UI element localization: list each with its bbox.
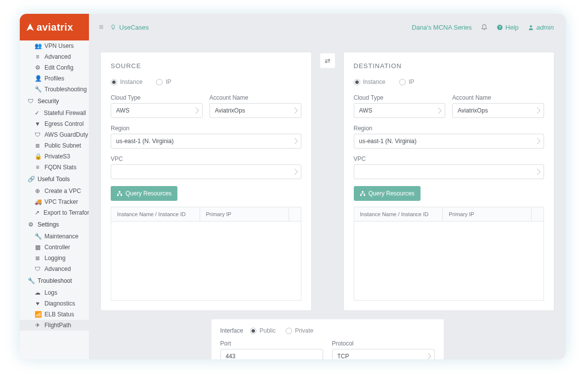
plus-icon: ⊕ bbox=[35, 188, 41, 194]
bell-icon[interactable] bbox=[481, 23, 488, 32]
source-col-instance: Instance Name / Instance ID bbox=[111, 207, 200, 221]
sidebar-item-profiles[interactable]: 👤Profiles bbox=[20, 73, 89, 84]
sitemap-icon bbox=[117, 190, 123, 196]
source-cloud-label: Cloud Type bbox=[111, 94, 203, 101]
source-cloud-select[interactable] bbox=[111, 103, 203, 118]
sitemap-icon bbox=[360, 190, 366, 196]
destination-vpc-label: VPC bbox=[354, 155, 545, 162]
sidebar-item-label: Advanced bbox=[44, 53, 71, 60]
sidebar-item-troubleshooting[interactable]: 🔧Troubleshooting bbox=[20, 84, 89, 95]
sidebar-item-label: Export to Terraform bbox=[43, 209, 89, 216]
menu-icon[interactable]: ≡ bbox=[99, 23, 103, 32]
sidebar-item-vpc-tracker[interactable]: 🚚VPC Tracker bbox=[20, 196, 89, 207]
source-table: Instance Name / Instance ID Primary IP bbox=[111, 207, 301, 301]
source-region-select[interactable] bbox=[111, 134, 301, 149]
destination-cloud-select[interactable] bbox=[354, 103, 446, 118]
sidebar-item-logs[interactable]: ☁Logs bbox=[20, 287, 89, 298]
radio-icon bbox=[354, 79, 360, 85]
layers-icon: ≣ bbox=[35, 142, 41, 149]
lock-icon: 🔒 bbox=[35, 153, 41, 160]
usecases-link[interactable]: UseCases bbox=[110, 24, 149, 31]
destination-account-select[interactable] bbox=[452, 103, 544, 118]
sidebar-item-maintenance[interactable]: 🔧Maintenance bbox=[20, 231, 89, 242]
sidebar-item-advanced[interactable]: 🛡Advanced bbox=[20, 264, 89, 274]
sidebar-item-fqdn-stats[interactable]: ≡FQDN Stats bbox=[20, 162, 89, 173]
wrench-icon: 🔧 bbox=[35, 233, 41, 240]
interface-radio-public[interactable]: Public bbox=[250, 327, 276, 334]
source-query-button[interactable]: Query Resources bbox=[111, 186, 177, 201]
sidebar-header-troubleshoot[interactable]: 🔧Troubleshoot bbox=[20, 274, 89, 287]
port-input[interactable] bbox=[220, 349, 323, 359]
port-label: Port bbox=[220, 340, 323, 347]
sidebar-item-label: Logs bbox=[44, 289, 57, 296]
truck-icon: 🚚 bbox=[35, 198, 41, 205]
source-radio-ip[interactable]: IP bbox=[156, 78, 171, 85]
sidebar-item-edit-config[interactable]: ⚙Edit Config bbox=[20, 62, 89, 73]
sidebar-item-label: VPC Tracker bbox=[44, 198, 78, 205]
protocol-select[interactable] bbox=[332, 349, 435, 359]
brand-text: aviatrix bbox=[37, 22, 73, 33]
interface-radio-private[interactable]: Private bbox=[286, 327, 313, 334]
svg-rect-6 bbox=[362, 191, 363, 192]
sidebar-item-public-subnet[interactable]: ≣Public Subnet bbox=[20, 140, 89, 151]
sidebar-item-controller[interactable]: ▦Controller bbox=[20, 242, 89, 253]
sidebar-item-stateful-firewall[interactable]: ✓Stateful Firewall bbox=[20, 108, 89, 118]
swap-button[interactable]: ⇄ bbox=[320, 53, 335, 68]
sidebar-item-elb-status[interactable]: 📶ELB Status bbox=[20, 309, 89, 320]
check-icon: ✓ bbox=[35, 110, 40, 116]
radio-icon bbox=[286, 328, 292, 334]
sidebar-header-settings[interactable]: ⚙Settings bbox=[20, 218, 89, 231]
sidebar-item-vpn-users[interactable]: 👥VPN Users bbox=[20, 40, 89, 51]
server-icon: ▦ bbox=[35, 244, 41, 251]
sidebar-item-label: Advanced bbox=[44, 266, 71, 272]
source-vpc-select[interactable] bbox=[111, 164, 301, 179]
destination-vpc-select[interactable] bbox=[354, 164, 545, 179]
lightbulb-icon bbox=[110, 24, 116, 31]
sidebar-item-label: Public Subnet bbox=[44, 142, 81, 149]
sidebar-item-diagnostics[interactable]: ♥Diagnostics bbox=[20, 298, 89, 309]
source-account-select[interactable] bbox=[210, 103, 301, 118]
source-region-label: Region bbox=[111, 125, 301, 132]
sidebar-item-label: FlightPath bbox=[44, 322, 71, 329]
destination-cloud-label: Cloud Type bbox=[354, 94, 446, 101]
help-link[interactable]: ? Help bbox=[497, 24, 519, 31]
sidebar-header-security[interactable]: 🛡Security bbox=[20, 95, 89, 108]
sidebar-header-tools[interactable]: 🔗Useful Tools bbox=[20, 173, 89, 186]
radio-icon bbox=[156, 79, 163, 85]
sidebar: 👥VPN Users≡Advanced⚙Edit Config👤Profiles… bbox=[20, 40, 89, 359]
brand-logo[interactable]: aviatrix bbox=[20, 14, 89, 40]
interface-label: Interface bbox=[220, 327, 244, 334]
sidebar-item-export-to-terraform[interactable]: ↗Export to Terraform bbox=[20, 207, 89, 218]
sidebar-item-privates3[interactable]: 🔒PrivateS3 bbox=[20, 151, 89, 162]
destination-region-select[interactable] bbox=[354, 134, 545, 149]
plane-icon: ✈ bbox=[35, 322, 41, 329]
admin-link[interactable]: admin bbox=[528, 24, 554, 31]
sidebar-item-egress-control[interactable]: ▼Egress Control bbox=[20, 118, 89, 129]
radio-icon bbox=[250, 328, 256, 334]
destination-query-button[interactable]: Query Resources bbox=[354, 186, 420, 201]
sidebar-item-logging[interactable]: ≣Logging bbox=[20, 253, 89, 264]
sidebar-item-advanced[interactable]: ≡Advanced bbox=[20, 51, 89, 62]
export-icon: ↗ bbox=[35, 209, 40, 216]
source-col-ip: Primary IP bbox=[200, 207, 289, 221]
destination-radio-instance[interactable]: Instance bbox=[354, 78, 385, 85]
sidebar-item-create-a-vpc[interactable]: ⊕Create a VPC bbox=[20, 186, 89, 196]
svg-text:?: ? bbox=[499, 25, 501, 30]
user-icon: 👤 bbox=[35, 75, 41, 82]
shield-icon: 🛡 bbox=[35, 131, 41, 138]
svg-rect-4 bbox=[117, 194, 119, 196]
sidebar-item-label: AWS GuardDuty bbox=[44, 131, 88, 138]
svg-rect-8 bbox=[364, 194, 365, 196]
destination-radio-ip[interactable]: IP bbox=[399, 78, 414, 85]
filter-icon: ▼ bbox=[35, 120, 41, 127]
sidebar-item-aws-guardduty[interactable]: 🛡AWS GuardDuty bbox=[20, 129, 89, 140]
sidebar-item-label: Troubleshooting bbox=[44, 86, 87, 93]
source-panel: SOURCE Instance IP Cloud Type Account Na… bbox=[101, 52, 311, 310]
sliders-icon: ≡ bbox=[35, 53, 41, 60]
sidebar-item-label: Stateful Firewall bbox=[44, 110, 86, 116]
sidebar-item-flightpath[interactable]: ✈FlightPath bbox=[20, 320, 89, 331]
source-account-label: Account Name bbox=[210, 94, 301, 101]
series-link[interactable]: Dana's MCNA Series bbox=[412, 24, 472, 31]
protocol-label: Protocol bbox=[332, 340, 435, 347]
source-radio-instance[interactable]: Instance bbox=[111, 78, 142, 85]
